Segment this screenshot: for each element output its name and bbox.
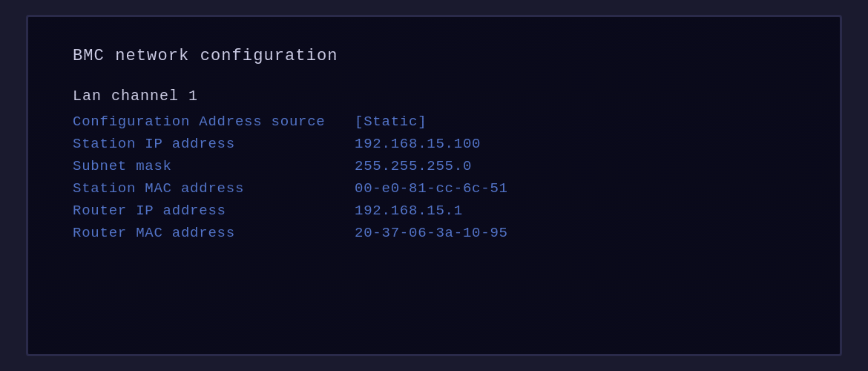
- config-row-2: Subnet mask255.255.255.0: [73, 158, 795, 174]
- config-row-4: Router IP address192.168.15.1: [73, 203, 795, 219]
- config-label-4: Router IP address: [73, 203, 355, 219]
- config-row-1: Station IP address192.168.15.100: [73, 136, 795, 152]
- section-header: Lan channel 1: [73, 88, 795, 105]
- config-row-5: Router MAC address20-37-06-3a-10-95: [73, 225, 795, 241]
- config-value-5: 20-37-06-3a-10-95: [355, 225, 508, 241]
- config-label-0: Configuration Address source: [73, 114, 355, 130]
- config-label-3: Station MAC address: [73, 180, 355, 197]
- config-row-0: Configuration Address source[Static]: [73, 114, 795, 130]
- page-title: BMC network configuration: [73, 47, 795, 65]
- config-value-4: 192.168.15.1: [355, 203, 463, 219]
- config-value-1: 192.168.15.100: [355, 136, 481, 152]
- config-table: Configuration Address source[Static]Stat…: [73, 114, 795, 241]
- config-value-3: 00-e0-81-cc-6c-51: [355, 180, 508, 197]
- config-label-1: Station IP address: [73, 136, 355, 152]
- config-label-5: Router MAC address: [73, 225, 355, 241]
- config-row-3: Station MAC address00-e0-81-cc-6c-51: [73, 180, 795, 197]
- config-label-2: Subnet mask: [73, 158, 355, 174]
- bmc-screen: BMC network configuration Lan channel 1 …: [26, 15, 842, 356]
- config-value-2: 255.255.255.0: [355, 158, 472, 174]
- config-value-0: [Static]: [355, 114, 427, 130]
